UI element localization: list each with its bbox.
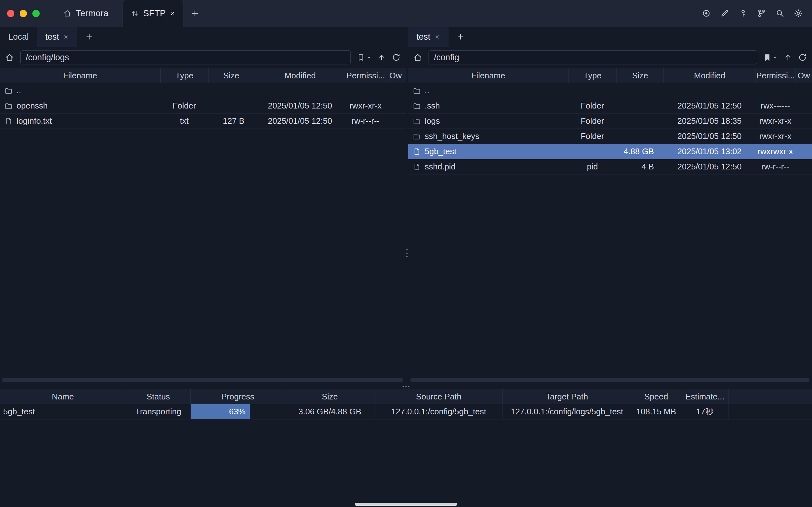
column-header-source-path[interactable]: Source Path [375,389,502,404]
parent-directory-button[interactable] [783,53,792,62]
file-modified [254,83,346,98]
horizontal-scrollbar[interactable] [410,378,809,382]
minimize-window-button[interactable] [20,10,27,17]
column-header-owner[interactable]: Ow [385,68,406,83]
column-header-type[interactable]: Type [160,68,208,83]
new-tab-button[interactable] [190,9,200,18]
bookmark-button[interactable] [763,53,778,62]
file-type [160,83,208,98]
home-icon[interactable] [4,52,15,62]
search-icon[interactable] [774,8,785,19]
transfer-name: 5gb_test [0,404,126,419]
chevron-down-icon [773,55,778,60]
file-type [568,144,616,159]
key-icon[interactable] [738,8,749,19]
column-header-size[interactable]: Size [208,68,254,83]
column-header-status[interactable]: Status [126,389,191,404]
table-row[interactable]: .. [408,83,812,98]
folder-icon [413,102,421,110]
file-icon [413,148,421,156]
file-name: 5gb_test [425,147,456,156]
column-header-name[interactable]: Name [0,389,126,404]
file-permissions [756,83,795,98]
table-row[interactable]: ssh_host_keys Folder 2025/01/05 12:50 rw… [408,129,812,144]
column-header-size[interactable]: Size [285,389,375,404]
path-input[interactable] [429,50,757,64]
table-row[interactable]: loginfo.txt txt 127 B 2025/01/05 12:50 r… [0,114,406,129]
refresh-button[interactable] [798,53,807,62]
table-row[interactable]: openssh Folder 2025/01/05 12:50 rwxr-xr-… [0,98,406,114]
folder-icon [4,87,13,95]
column-header-filename[interactable]: Filename [0,68,160,83]
file-table-header: Filename Type Size Modified Permissi... … [408,68,812,83]
sidebar-tab-test[interactable]: test [37,27,77,47]
file-size [208,83,254,98]
file-permissions: rwx------ [756,98,795,113]
tab-test-label: test [417,32,430,42]
column-header-modified[interactable]: Modified [663,68,756,83]
file-name: logs [425,116,440,126]
tab-termora[interactable]: Termora [59,0,112,26]
branch-icon[interactable] [756,8,767,19]
column-header-estimate[interactable]: Estimate... [681,389,728,404]
file-owner [795,83,812,98]
sidebar-tab-test-remote[interactable]: test [408,27,448,47]
tab-local-label: Local [8,32,29,42]
parent-directory-button[interactable] [377,53,386,62]
settings-icon[interactable] [793,8,804,19]
file-name: loginfo.txt [16,116,52,126]
bookmark-button[interactable] [357,53,371,62]
transfer-panel-splitter[interactable] [0,386,812,389]
column-header-filename[interactable]: Filename [408,68,568,83]
file-owner [795,114,812,128]
table-row[interactable]: .ssh Folder 2025/01/05 12:50 rwx------ [408,98,812,114]
sidebar-tab-local[interactable]: Local [0,27,37,47]
close-icon[interactable] [63,34,69,40]
column-header-type[interactable]: Type [568,68,616,83]
left-pane: Local test [0,27,406,386]
file-name: .ssh [425,101,440,111]
file-owner [795,159,812,174]
zoom-window-button[interactable] [33,10,40,17]
column-header-progress[interactable]: Progress [191,389,285,404]
right-pathbar [408,47,812,68]
table-row[interactable]: logs Folder 2025/01/05 18:35 rwxr-xr-x [408,114,812,129]
table-row-selected[interactable]: 5gb_test 4.88 GB 2025/01/05 13:02 rwxrwx… [408,144,812,159]
record-icon[interactable] [701,8,712,19]
column-header-target-path[interactable]: Target Path [502,389,631,404]
file-type: Folder [568,98,616,113]
tab-sftp[interactable]: SFTP [122,0,184,26]
column-header-modified[interactable]: Modified [254,68,346,83]
close-window-button[interactable] [7,10,14,17]
edit-icon[interactable] [719,8,730,19]
file-permissions: rw-r--r-- [346,114,385,128]
file-owner [795,129,812,144]
path-input[interactable] [20,50,351,64]
column-header-permissions[interactable]: Permissi... [756,68,795,83]
table-row[interactable]: sshd.pid pid 4 B 2025/01/05 12:50 rw-r--… [408,159,812,174]
column-header-owner[interactable]: Ow [795,68,812,83]
column-header-size[interactable]: Size [616,68,663,83]
transfer-horizontal-scrollbar[interactable] [355,503,457,506]
transfer-filler [728,404,812,419]
add-pane-tab-button[interactable] [448,27,473,47]
add-pane-tab-button[interactable] [77,27,101,47]
transfer-speed: 108.15 MB [631,404,681,419]
horizontal-scrollbar[interactable] [2,378,403,382]
file-size [616,98,663,113]
column-header-permissions[interactable]: Permissi... [346,68,385,83]
transfer-status: Transporting [126,404,191,419]
table-row[interactable]: .. [0,83,406,98]
right-pane: test [408,27,812,386]
home-icon[interactable] [413,52,423,62]
file-panes: Local test [0,27,812,386]
tab-sftp-label: SFTP [143,8,166,18]
refresh-button[interactable] [392,53,400,62]
file-size: 127 B [208,114,254,128]
close-icon[interactable] [434,34,440,40]
transfer-estimate: 17秒 [681,404,728,419]
close-icon[interactable] [169,10,176,16]
file-name: .. [425,86,429,96]
column-header-speed[interactable]: Speed [631,389,681,404]
transfer-row[interactable]: 5gb_test Transporting 63% 3.06 GB/4.88 G… [0,404,812,419]
